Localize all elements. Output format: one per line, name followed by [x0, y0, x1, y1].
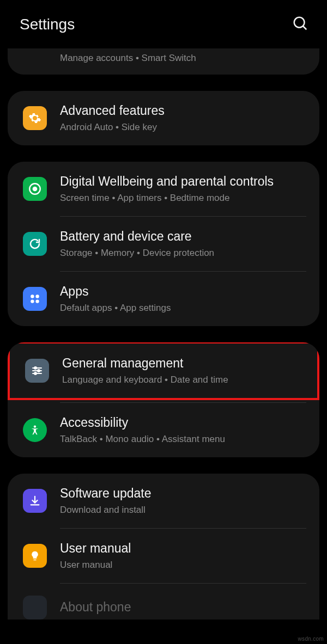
- settings-item-text: Software update Download and install: [60, 486, 306, 516]
- settings-item-sub: Storage • Memory • Device protection: [60, 247, 306, 259]
- settings-item-title: Accessibility: [60, 415, 306, 431]
- settings-item-text: Digital Wellbeing and parental controls …: [60, 174, 306, 204]
- partial-item-accounts[interactable]: Manage accounts • Smart Switch: [8, 48, 319, 75]
- settings-item-sub: Manage accounts • Smart Switch: [60, 53, 196, 63]
- settings-item-title: Apps: [60, 284, 306, 300]
- settings-item-title: Software update: [60, 486, 306, 502]
- settings-item-title: Battery and device care: [60, 229, 306, 245]
- watermark: wsdn.com: [298, 636, 324, 642]
- grid-icon: [23, 287, 47, 311]
- settings-item-software-update[interactable]: Software update Download and install: [8, 474, 319, 528]
- settings-item-apps[interactable]: Apps Default apps • App settings: [8, 272, 319, 326]
- info-icon: [23, 596, 47, 620]
- svg-point-11: [38, 370, 40, 372]
- settings-item-text: About phone: [60, 599, 306, 616]
- sliders-icon: [25, 359, 49, 383]
- settings-item-text: User manual User manual: [60, 541, 306, 571]
- target-icon: [23, 177, 47, 201]
- settings-group-partial-top: Manage accounts • Smart Switch: [8, 48, 319, 75]
- settings-item-title: Advanced features: [60, 103, 306, 119]
- svg-line-1: [303, 26, 306, 29]
- settings-item-text: Battery and device care Storage • Memory…: [60, 229, 306, 259]
- person-icon: [23, 418, 47, 442]
- download-icon: [23, 489, 47, 513]
- svg-point-0: [294, 17, 305, 28]
- settings-item-text: Accessibility TalkBack • Mono audio • As…: [60, 415, 306, 445]
- svg-point-3: [33, 187, 38, 192]
- settings-item-accessibility[interactable]: Accessibility TalkBack • Mono audio • As…: [8, 403, 319, 457]
- search-button[interactable]: [289, 12, 312, 36]
- search-icon: [292, 15, 308, 32]
- settings-item-advanced-features[interactable]: Advanced features Android Auto • Side ke…: [8, 91, 319, 145]
- svg-point-4: [31, 295, 34, 298]
- gear-icon: [23, 106, 47, 130]
- svg-point-7: [35, 299, 39, 303]
- page-title: Settings: [20, 16, 75, 33]
- svg-point-6: [31, 299, 34, 303]
- svg-point-5: [35, 295, 39, 298]
- settings-item-sub: Download and install: [60, 504, 306, 516]
- settings-item-digital-wellbeing[interactable]: Digital Wellbeing and parental controls …: [8, 162, 319, 216]
- settings-item-sub: User manual: [60, 559, 306, 571]
- svg-point-14: [34, 425, 36, 427]
- settings-item-sub: Default apps • App settings: [60, 302, 306, 314]
- settings-item-sub: Screen time • App timers • Bedtime mode: [60, 192, 306, 204]
- bulb-icon: [23, 544, 47, 568]
- settings-group-advanced: Advanced features Android Auto • Side ke…: [8, 91, 319, 145]
- settings-item-user-manual[interactable]: User manual User manual: [8, 529, 319, 583]
- settings-item-sub: TalkBack • Mono audio • Assistant menu: [60, 433, 306, 445]
- settings-item-general-management[interactable]: General management Language and keyboard…: [8, 342, 319, 400]
- settings-group-management: General management Language and keyboard…: [8, 342, 319, 457]
- settings-item-about-phone[interactable]: About phone: [8, 584, 319, 620]
- settings-group-system: Software update Download and install Use…: [8, 474, 319, 620]
- settings-item-battery-device-care[interactable]: Battery and device care Storage • Memory…: [8, 217, 319, 271]
- svg-point-9: [34, 367, 37, 369]
- settings-item-text: Advanced features Android Auto • Side ke…: [60, 103, 306, 133]
- settings-item-title: About phone: [60, 599, 306, 616]
- settings-item-text: Apps Default apps • App settings: [60, 284, 306, 314]
- settings-item-sub: Android Auto • Side key: [60, 121, 306, 133]
- refresh-icon: [23, 232, 47, 256]
- settings-item-title: Digital Wellbeing and parental controls: [60, 174, 306, 190]
- header: Settings: [0, 0, 327, 48]
- settings-item-text: General management Language and keyboard…: [62, 355, 304, 386]
- settings-item-sub: Language and keyboard • Date and time: [62, 374, 304, 386]
- svg-point-13: [34, 372, 37, 375]
- settings-group-device: Digital Wellbeing and parental controls …: [8, 162, 319, 326]
- settings-item-title: General management: [62, 355, 304, 372]
- settings-item-title: User manual: [60, 541, 306, 557]
